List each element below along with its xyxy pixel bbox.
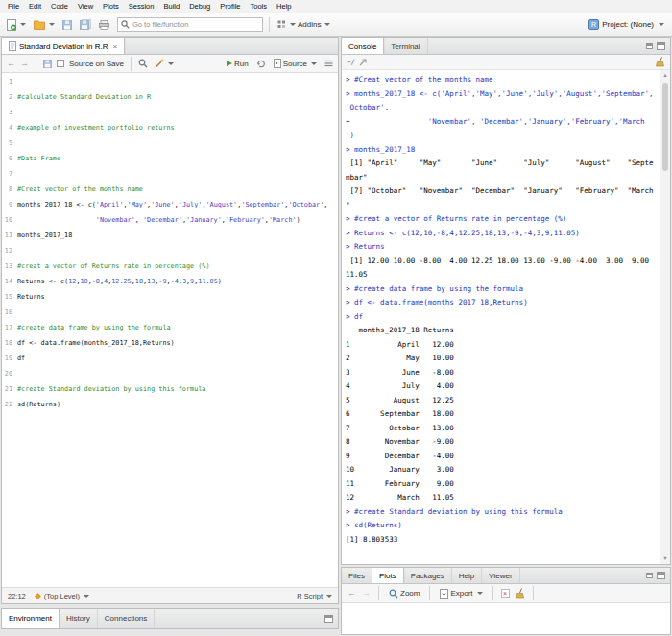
- tab-viewer[interactable]: Viewer: [482, 568, 519, 583]
- tab-environment[interactable]: Environment: [2, 609, 60, 628]
- code-line[interactable]: 13#creat a vector of Returns rate in per…: [2, 258, 338, 274]
- print-button[interactable]: [97, 18, 111, 32]
- code-line[interactable]: 18df <- data.frame(months_2017_18,Return…: [2, 335, 338, 351]
- menu-help[interactable]: Help: [272, 0, 296, 13]
- plots-toolbar: ← → Zoom Export ×: [342, 584, 670, 603]
- save-icon[interactable]: [43, 60, 52, 68]
- maximize-pane-icon[interactable]: [657, 572, 665, 579]
- open-working-dir-icon[interactable]: [359, 59, 367, 66]
- code-tools-button[interactable]: [153, 57, 176, 70]
- scope-selector[interactable]: (Top Level): [36, 592, 89, 600]
- code-line[interactable]: 11months_2017_18: [2, 228, 338, 243]
- menu-edit[interactable]: Edit: [24, 0, 46, 13]
- addins-button[interactable]: Addins: [276, 18, 332, 31]
- console-toolbar-right: [656, 57, 665, 67]
- clear-plots-icon[interactable]: [516, 588, 525, 599]
- line-number: 5: [2, 135, 17, 151]
- code-line[interactable]: 4#example of investment portfolio return…: [2, 120, 338, 135]
- menu-session[interactable]: Session: [124, 0, 159, 13]
- code-line[interactable]: 16: [2, 305, 338, 320]
- minimize-pane-icon[interactable]: [646, 573, 653, 578]
- tab-packages[interactable]: Packages: [404, 568, 452, 583]
- zoom-label: Zoom: [400, 589, 420, 598]
- console-scrollbar[interactable]: ▲ ▼: [660, 70, 670, 564]
- tab-help[interactable]: Help: [452, 568, 482, 583]
- code-line[interactable]: 2#calculate Standard Deviation in R: [2, 89, 338, 105]
- export-button[interactable]: Export: [438, 587, 484, 600]
- forward-arrow-icon[interactable]: →: [362, 589, 371, 598]
- maximize-pane-icon[interactable]: [324, 615, 333, 623]
- line-number: 21: [2, 381, 17, 397]
- goto-file-search[interactable]: [117, 17, 263, 32]
- code-line[interactable]: 19df: [2, 351, 338, 366]
- open-file-button[interactable]: [32, 18, 57, 32]
- line-number: 8: [2, 182, 17, 197]
- run-button[interactable]: Run: [225, 58, 251, 70]
- console-output[interactable]: > #Creat vector of the months name> mont…: [342, 70, 660, 564]
- scrollbar-thumb[interactable]: [662, 83, 668, 171]
- console-toolbar: ~/: [342, 55, 670, 70]
- menu-file[interactable]: File: [3, 0, 24, 13]
- code-line[interactable]: 12: [2, 243, 338, 258]
- back-arrow-icon[interactable]: ←: [348, 589, 356, 598]
- chevron-down-icon: [659, 23, 664, 26]
- code-line[interactable]: 10 'Novembar', 'Decembar','January','Feb…: [2, 212, 338, 228]
- new-file-button[interactable]: [5, 17, 28, 33]
- code-line[interactable]: 8#Creat vector of the months name: [2, 182, 338, 197]
- code-line[interactable]: 7: [2, 166, 338, 182]
- remove-plot-icon[interactable]: ×: [501, 589, 510, 598]
- save-all-button[interactable]: [78, 17, 93, 32]
- files-pane-buttons: [646, 568, 670, 583]
- tab-connections[interactable]: Connections: [98, 609, 155, 628]
- close-tab-icon[interactable]: ×: [113, 42, 118, 51]
- tab-files[interactable]: Files: [342, 568, 372, 583]
- file-type-selector[interactable]: R Script: [297, 592, 332, 600]
- tab-console[interactable]: Console: [342, 38, 384, 54]
- minimize-pane-icon[interactable]: [646, 43, 653, 49]
- tab-plots[interactable]: Plots: [372, 568, 404, 583]
- document-outline-icon[interactable]: [324, 60, 333, 67]
- code-line[interactable]: 15Returns: [2, 289, 338, 305]
- menu-view[interactable]: View: [73, 0, 98, 13]
- code-line[interactable]: 14Returns <- c(12,10,-8,4,12.25,18,13,-9…: [2, 274, 338, 289]
- code-line[interactable]: 9months_2017_18 <- c('April','May','June…: [2, 197, 338, 212]
- maximize-pane-icon[interactable]: [657, 42, 665, 50]
- project-selector[interactable]: R Project: (None): [588, 19, 667, 30]
- source-tab[interactable]: Standard Deviation in R.R ×: [2, 38, 125, 54]
- menu-debug[interactable]: Debug: [184, 0, 215, 13]
- code-line[interactable]: 5: [2, 135, 338, 151]
- editor-content[interactable]: 1 2#calculate Standard Deviation in R3 4…: [2, 73, 338, 587]
- line-number: 1: [2, 74, 17, 89]
- source-on-save-checkbox[interactable]: [57, 60, 64, 67]
- find-replace-icon[interactable]: [138, 59, 148, 68]
- code-line[interactable]: 3: [2, 105, 338, 120]
- zoom-button[interactable]: Zoom: [387, 587, 421, 600]
- line-number: 6: [2, 151, 17, 166]
- tab-terminal[interactable]: Terminal: [384, 38, 427, 54]
- code-line[interactable]: 17#create data frame by using the formul…: [2, 320, 338, 335]
- menu-tools[interactable]: Tools: [246, 0, 273, 13]
- menu-code[interactable]: Code: [46, 0, 73, 13]
- code-line[interactable]: 20: [2, 366, 338, 381]
- scroll-up-icon[interactable]: ▲: [660, 70, 670, 81]
- code-line[interactable]: 6#Data Frame: [2, 151, 338, 166]
- clear-console-icon[interactable]: [656, 57, 665, 67]
- code-line[interactable]: 22sd(Returns): [2, 397, 338, 412]
- rerun-icon[interactable]: [256, 59, 266, 68]
- tab-history[interactable]: History: [60, 609, 98, 628]
- line-number: 17: [2, 320, 17, 335]
- menu-build[interactable]: Build: [158, 0, 184, 13]
- goto-file-input[interactable]: [132, 20, 259, 29]
- menu-profile[interactable]: Profile: [215, 0, 245, 13]
- source-tabbar: Standard Deviation in R.R ×: [2, 38, 338, 55]
- save-button[interactable]: [60, 18, 74, 32]
- forward-arrow-icon[interactable]: →: [20, 60, 29, 68]
- scroll-down-icon[interactable]: ▼: [660, 553, 670, 564]
- code-line[interactable]: 1: [2, 74, 338, 89]
- menu-plots[interactable]: Plots: [98, 0, 124, 13]
- back-arrow-icon[interactable]: ←: [7, 60, 15, 68]
- run-label: Run: [234, 60, 249, 68]
- code-line[interactable]: 21#create Standard deviation by using th…: [2, 381, 338, 397]
- toolbar-separator: [269, 17, 270, 32]
- source-button[interactable]: Source: [272, 57, 319, 70]
